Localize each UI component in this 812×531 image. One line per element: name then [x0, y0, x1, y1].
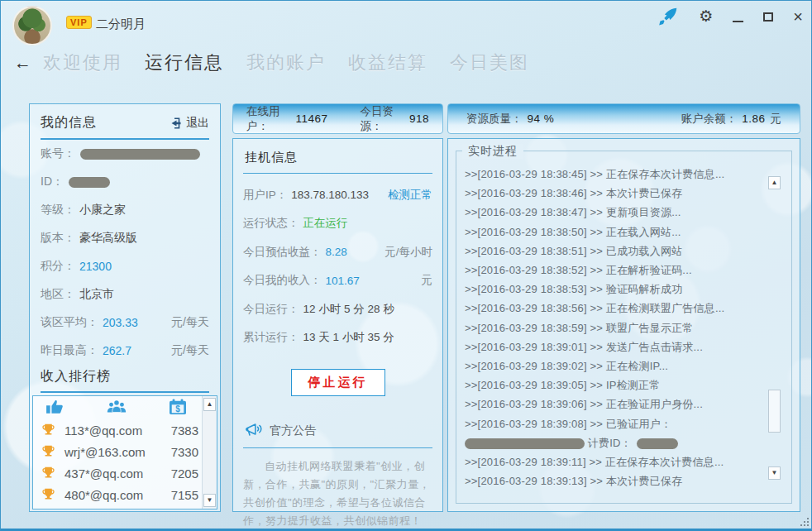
log-line: >>[2016-03-29 18:38:53] >> 验证码解析成功	[465, 280, 770, 299]
scroll-up-button[interactable]: ▲	[203, 398, 216, 411]
rank-score: 7383	[164, 423, 198, 438]
notice-title: 官方公告	[270, 423, 316, 438]
ranking-row: 113*@qq.com7383	[41, 419, 198, 441]
tab-欢迎使用[interactable]: 欢迎使用	[43, 50, 122, 75]
ranking-row: 480*@qq.com7155	[41, 484, 198, 505]
ranking-box: $ 113*@qq.com7383wrj*@163.com7330437*@qq…	[32, 395, 217, 509]
maximize-button[interactable]	[763, 12, 773, 22]
username-label: 二分明月	[96, 17, 146, 32]
region-label: 地区：	[41, 287, 75, 302]
rank-email: 480*@qq.com	[64, 488, 164, 502]
trophy-icon	[41, 509, 58, 510]
version-value: 豪华高级版	[79, 231, 137, 246]
app-window: VIP 二分明月 ⚙ × ← 欢迎使用运行信息我的账户收益结算今日美图 在线用户…	[0, 0, 812, 531]
rocket-icon[interactable]	[657, 6, 679, 27]
today-runtime-value: 12 小时 5 分 28 秒	[303, 302, 394, 317]
ip-value: 183.78.180.133	[291, 189, 369, 201]
hangup-info-panel: 挂机信息 用户IP：183.78.180.133检测正常 运行状态：正在运行 今…	[232, 138, 443, 512]
rank-score: 7330	[164, 445, 198, 459]
rank-email: wrj*@163.com	[64, 445, 164, 459]
rank-email: 594*@qq.com	[64, 509, 164, 510]
ranking-row: 594*@qq.com7152	[41, 505, 198, 509]
log-line: >>[2016-03-29 18:38:45] >> 正在保存本次计费信息...	[465, 165, 770, 184]
rank-score: 7205	[164, 466, 198, 481]
people-icon	[107, 399, 127, 419]
megaphone-icon	[245, 422, 263, 440]
trophy-icon	[41, 423, 58, 438]
ranking-row: wrj*@163.com7330	[41, 441, 198, 462]
tab-运行信息[interactable]: 运行信息	[145, 50, 224, 75]
log-line: 计费ID：	[465, 433, 770, 452]
stats-box-left: 在线用户： 11467 今日资源： 918	[232, 103, 443, 134]
hangup-title: 挂机信息	[243, 148, 432, 174]
log-line: >>[2016-03-29 18:38:47] >> 更新项目资源...	[465, 203, 770, 222]
titlebar: VIP 二分明月 ⚙ ×	[1, 1, 811, 44]
level-value: 小康之家	[79, 203, 126, 218]
est-income-value: 8.28	[326, 246, 347, 258]
rank-score: 7152	[164, 509, 198, 510]
log-scroll-down-button[interactable]: ▼	[768, 466, 781, 480]
ranking-scrollbar[interactable]: ▲ ▼	[202, 396, 217, 509]
tab-今日美图[interactable]: 今日美图	[450, 50, 529, 75]
log-scrollbar-thumb[interactable]	[768, 390, 781, 433]
gear-icon[interactable]: ⚙	[699, 6, 713, 27]
tab-收益结算[interactable]: 收益结算	[348, 50, 427, 75]
log-line: >>[2016-03-29 18:39:01] >> 发送广告点击请求...	[465, 337, 770, 356]
my-info-title: 我的信息	[41, 114, 97, 132]
log-line: >>[2016-03-29 18:39:11] >> 正在保存本次计费信息...	[465, 452, 770, 471]
log-line: >>[2016-03-29 18:38:50] >> 正在载入网站...	[465, 222, 770, 242]
user-avatar[interactable]	[12, 6, 52, 45]
log-redacted-user	[465, 438, 585, 449]
rank-email: 113*@qq.com	[64, 423, 164, 438]
yesterday-max-value: 262.7	[103, 344, 131, 357]
log-line: >>[2016-03-29 18:39:08] >> 已验证用户：	[465, 414, 770, 433]
resize-grip[interactable]	[799, 516, 809, 526]
account-redacted	[80, 149, 200, 160]
log-scroll-up-button[interactable]: ▲	[768, 176, 781, 189]
today-resources-label: 今日资源：	[360, 104, 404, 134]
yesterday-max-unit: 元/每天	[171, 343, 209, 358]
run-state-value: 正在运行	[303, 216, 348, 231]
est-income-unit: 元/每小时	[385, 245, 432, 260]
total-runtime-value: 13 天 1 小时 35 分	[303, 330, 394, 345]
ranking-rows: 113*@qq.com7383wrj*@163.com7330437*@qq.c…	[41, 419, 198, 509]
tab-我的账户[interactable]: 我的账户	[246, 50, 326, 75]
id-label: ID：	[41, 175, 64, 189]
today-income-unit: 元	[422, 273, 433, 288]
back-arrow[interactable]: ←	[14, 53, 31, 73]
region-value: 北京市	[79, 287, 114, 302]
ip-check-link[interactable]: 检测正常	[388, 188, 432, 203]
log-line: >>[2016-03-29 18:39:13] >> 本次计费已保存	[465, 471, 770, 490]
today-income-value: 101.67	[326, 275, 360, 287]
today-resources-value: 918	[409, 112, 429, 125]
resource-quality-label: 资源质量：	[466, 112, 523, 127]
notice-text: 自动挂机网络联盟秉着"创业，创新，合作，共赢"的原则，"汇聚力量，共创价值"的理…	[243, 457, 432, 530]
process-log-list: >>[2016-03-29 18:38:45] >> 正在保存本次计费信息...…	[465, 165, 770, 496]
log-line: >>[2016-03-29 18:38:59] >> 联盟广告显示正常	[465, 318, 770, 337]
rank-score: 7155	[164, 488, 198, 502]
resource-quality-value: 94 %	[528, 112, 555, 125]
log-line: >>[2016-03-29 18:38:51] >> 已成功载入网站	[465, 242, 770, 261]
logout-button[interactable]: 退出	[170, 116, 209, 131]
stop-run-button[interactable]: 停止运行	[291, 369, 385, 396]
area-avg-value: 203.33	[103, 316, 138, 329]
balance-value: 1.86	[742, 112, 765, 125]
trophy-icon	[41, 466, 58, 481]
logout-icon	[170, 117, 183, 129]
points-label: 积分：	[41, 259, 75, 274]
process-log-title: 实时进程	[462, 144, 523, 159]
online-users-value: 11467	[295, 112, 327, 125]
area-avg-label: 该区平均：	[41, 315, 98, 330]
minimize-button[interactable]	[733, 12, 743, 22]
today-runtime-label: 今日运行：	[243, 302, 299, 317]
yesterday-max-label: 昨日最高：	[41, 343, 98, 358]
close-button[interactable]: ×	[793, 7, 803, 26]
svg-text:$: $	[175, 404, 180, 414]
scroll-down-button[interactable]: ▼	[203, 494, 216, 507]
main-nav-tabs: 欢迎使用运行信息我的账户收益结算今日美图	[43, 50, 529, 75]
version-label: 版本：	[41, 231, 75, 246]
ranking-row: 437*@qq.com7205	[41, 462, 198, 484]
calendar-money-icon: $	[169, 399, 187, 419]
main-nav: ← 欢迎使用运行信息我的账户收益结算今日美图	[1, 44, 811, 82]
rank-email: 437*@qq.com	[64, 466, 164, 481]
